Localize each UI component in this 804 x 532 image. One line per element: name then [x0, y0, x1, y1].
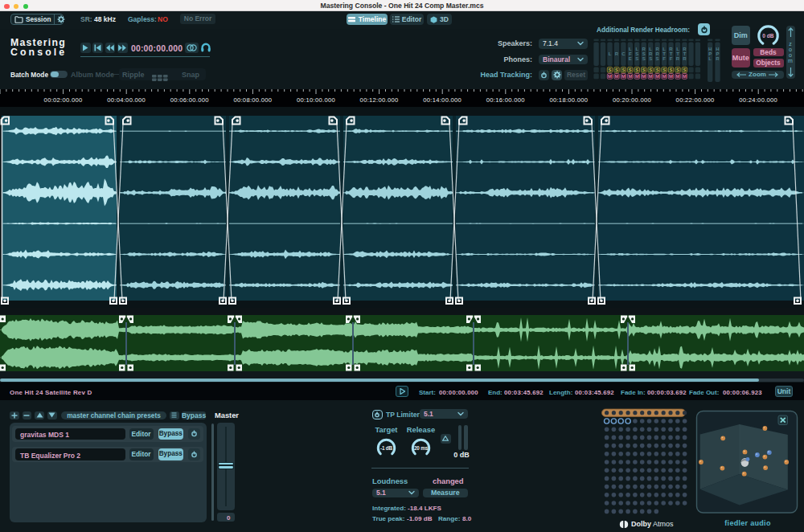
svg-text:S: S: [635, 51, 638, 56]
svg-text:R: R: [649, 51, 653, 56]
svg-text:H: H: [708, 47, 712, 51]
svg-text:R: R: [683, 47, 687, 51]
svg-text:P: P: [708, 51, 712, 56]
svg-text:M: M: [608, 74, 612, 79]
svg-text:S: S: [635, 56, 638, 61]
svg-text:S: S: [635, 68, 638, 72]
svg-text:S: S: [649, 56, 652, 61]
svg-text:M: M: [642, 74, 646, 79]
svg-text:T: T: [670, 51, 673, 56]
svg-text:S: S: [683, 68, 687, 72]
svg-text:S: S: [649, 68, 652, 72]
svg-text:S: S: [609, 68, 612, 72]
svg-text:R: R: [669, 47, 673, 51]
svg-text:R: R: [615, 51, 619, 56]
svg-text:R: R: [676, 56, 680, 61]
svg-text:H: H: [716, 47, 719, 51]
svg-text:S: S: [656, 56, 659, 61]
svg-text:E: E: [629, 56, 632, 61]
svg-text:S: S: [670, 68, 673, 72]
svg-text:S: S: [642, 51, 646, 56]
svg-text:S: S: [642, 56, 646, 61]
svg-text:L: L: [609, 51, 612, 56]
svg-text:T: T: [683, 51, 687, 56]
svg-text:L: L: [676, 47, 679, 51]
svg-text:F: F: [670, 56, 673, 61]
svg-text:M: M: [655, 74, 659, 79]
svg-text:R: R: [683, 56, 687, 61]
svg-text:M: M: [676, 74, 680, 79]
svg-text:M: M: [669, 74, 673, 79]
svg-text:M: M: [614, 74, 618, 79]
svg-text:L: L: [662, 47, 666, 51]
svg-text:L: L: [629, 47, 632, 51]
svg-text:L: L: [649, 47, 652, 51]
svg-text:R: R: [655, 47, 659, 51]
svg-text:R: R: [655, 51, 659, 56]
svg-text:M: M: [628, 74, 632, 79]
svg-text:T: T: [676, 51, 679, 56]
svg-text:S: S: [615, 68, 618, 72]
svg-text:F: F: [662, 56, 666, 61]
svg-text:M: M: [662, 74, 667, 79]
svg-text:S: S: [656, 68, 659, 72]
svg-text:T: T: [662, 51, 666, 56]
svg-text:S: S: [662, 68, 666, 72]
svg-text:C: C: [621, 51, 626, 56]
svg-text:S: S: [642, 68, 646, 72]
svg-text:M: M: [649, 74, 653, 79]
svg-text:L: L: [635, 47, 638, 51]
svg-text:P: P: [716, 51, 719, 56]
svg-text:M: M: [635, 74, 639, 79]
svg-text:S: S: [621, 68, 625, 72]
svg-text:F: F: [629, 51, 632, 56]
svg-text:L: L: [708, 56, 712, 61]
svg-text:R: R: [642, 47, 646, 51]
svg-text:S: S: [676, 68, 679, 72]
svg-text:S: S: [629, 68, 632, 72]
svg-text:M: M: [621, 74, 626, 79]
svg-text:R: R: [716, 56, 720, 61]
svg-text:M: M: [683, 74, 687, 79]
